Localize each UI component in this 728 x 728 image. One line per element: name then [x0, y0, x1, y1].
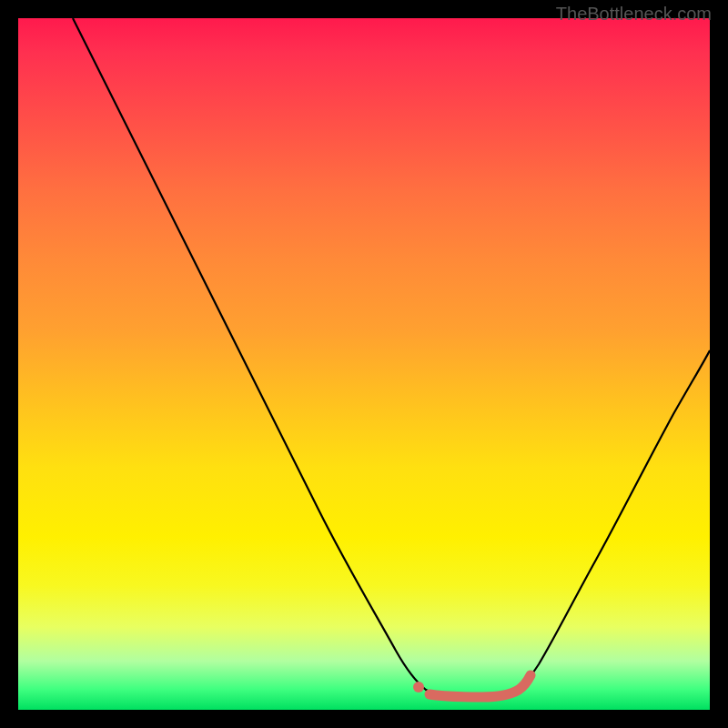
watermark-text: TheBottleneck.com	[556, 4, 712, 25]
highlight-start-dot	[413, 682, 424, 693]
highlight-segment	[430, 675, 531, 697]
chart-svg	[18, 18, 710, 710]
bottleneck-curve	[73, 18, 710, 697]
plot-area	[18, 18, 710, 710]
